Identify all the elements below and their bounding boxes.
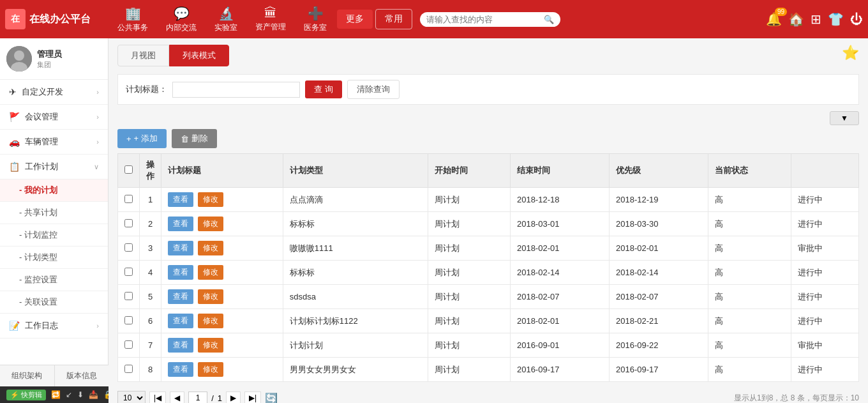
view-btn[interactable]: 查看 [168, 265, 193, 280]
data-table: 操作 计划标题 计划类型 开始时间 结束时间 优先级 当前状态 1 [117, 153, 859, 382]
user-info: 管理员 集团 [0, 38, 108, 80]
nav-medical[interactable]: ➕ 医务室 [296, 2, 334, 37]
row-start-date: 2016-09-01 [510, 333, 609, 358]
row-checkbox-cell [118, 358, 140, 382]
lab-icon: 🔬 [218, 6, 234, 21]
sidebar-sub-plan-type[interactable]: 计划类型 [0, 247, 108, 269]
nav-common-btn[interactable]: 常用 [375, 9, 412, 29]
filter-button[interactable]: ▼ [830, 111, 859, 125]
sidebar-sub-my-plan[interactable]: 我的计划 [0, 179, 108, 202]
table-row: 2 查看 修改 标标标 周计划 2018-03-01 2018-03-30 高 … [118, 212, 859, 236]
home-btn[interactable]: 🏠 [788, 11, 804, 27]
internal-icon: 💬 [174, 6, 190, 21]
select-all-checkbox[interactable] [124, 165, 133, 174]
page-size-select[interactable]: 10 20 50 [117, 391, 146, 403]
edit-btn[interactable]: 修改 [198, 217, 223, 231]
row-number: 5 [140, 285, 161, 309]
view-btn[interactable]: 查看 [168, 338, 193, 353]
top-search-input[interactable] [426, 15, 540, 24]
row-checkbox[interactable] [124, 243, 133, 252]
edit-btn[interactable]: 修改 [198, 314, 223, 328]
version-info-btn[interactable]: 版本信息 [55, 365, 109, 386]
nav-public[interactable]: 🏢 公共事务 [110, 2, 156, 37]
notification-btn[interactable]: 🔔 99 [766, 11, 782, 27]
row-operations: 查看 修改 [161, 188, 283, 212]
table-row: 8 查看 修改 男男女女男男女女 周计划 2016-09-17 2016-09-… [118, 358, 859, 382]
sidebar-item-work-plan[interactable]: 📋 工作计划 ∨ [0, 155, 108, 179]
row-checkbox[interactable] [124, 268, 133, 276]
pagination-row: 10 20 50 |◀ ◀ / 1 ▶ ▶| 🔄 显示从1到8，总 8 条，每页… [117, 388, 859, 403]
row-checkbox-cell [118, 285, 140, 309]
settings-btn[interactable]: 👕 [828, 11, 844, 27]
row-start-date: 2018-02-14 [510, 261, 609, 285]
edit-btn[interactable]: 修改 [198, 289, 223, 304]
apps-btn[interactable]: ⊞ [811, 11, 821, 27]
sidebar-sub-plan-monitor[interactable]: 计划监控 [0, 224, 108, 247]
edit-btn[interactable]: 修改 [198, 338, 223, 353]
clear-query-button[interactable]: 清除查询 [347, 80, 400, 99]
edit-btn[interactable]: 修改 [198, 241, 223, 255]
row-checkbox[interactable] [124, 340, 133, 349]
nav-lab[interactable]: 🔬 实验室 [207, 2, 245, 37]
edit-btn[interactable]: 修改 [198, 265, 223, 280]
view-btn[interactable]: 查看 [168, 289, 193, 304]
row-checkbox[interactable] [124, 195, 133, 203]
nav-internal[interactable]: 💬 内部交流 [158, 2, 204, 37]
row-number: 4 [140, 261, 161, 285]
user-text: 管理员 集团 [37, 49, 62, 70]
tab-list-mode[interactable]: 列表模式 [169, 45, 229, 66]
sidebar-sub-related-settings[interactable]: 关联设置 [0, 291, 108, 314]
search-label: 计划标题： [126, 84, 167, 95]
nav-more-btn[interactable]: 更多 [337, 10, 373, 29]
edit-btn[interactable]: 修改 [198, 192, 223, 207]
view-btn[interactable]: 查看 [168, 217, 193, 231]
power-btn[interactable]: ⏻ [850, 12, 863, 27]
row-checkbox[interactable] [124, 365, 133, 373]
main-layout: 管理员 集团 ✈ 自定义开发 › 🚩 会议管理 › 🚗 车辆管理 › [0, 38, 868, 386]
add-button[interactable]: + + 添加 [117, 129, 167, 148]
sidebar-bottom: 组织架构 版本信息 [0, 365, 108, 386]
row-status: 进行中 [791, 309, 858, 333]
sidebar-item-work-log[interactable]: 📝 工作日志 › [0, 314, 108, 338]
current-page-input[interactable] [188, 392, 207, 403]
row-checkbox[interactable] [124, 219, 133, 227]
row-checkbox[interactable] [124, 292, 133, 300]
row-type: 周计划 [428, 309, 510, 333]
nav-assets[interactable]: 🏛 资产管理 [248, 2, 294, 36]
view-btn[interactable]: 查看 [168, 192, 193, 207]
row-checkbox-cell [118, 236, 140, 261]
row-type: 周计划 [428, 212, 510, 236]
sidebar-item-meeting[interactable]: 🚩 会议管理 › [0, 105, 108, 130]
row-checkbox[interactable] [124, 316, 133, 324]
row-number: 8 [140, 358, 161, 382]
sidebar: 管理员 集团 ✈ 自定义开发 › 🚩 会议管理 › 🚗 车辆管理 › [0, 38, 108, 386]
prev-page-btn[interactable]: ◀ [170, 392, 184, 403]
sidebar-sub-shared-plan[interactable]: 共享计划 [0, 202, 108, 224]
sidebar-item-vehicle[interactable]: 🚗 车辆管理 › [0, 130, 108, 155]
nav-lab-label: 实验室 [214, 22, 237, 33]
edit-btn[interactable]: 修改 [198, 362, 223, 377]
row-number: 7 [140, 333, 161, 358]
sidebar-item-custom-dev[interactable]: ✈ 自定义开发 › [0, 80, 108, 105]
refresh-btn[interactable]: 🔄 [265, 392, 278, 404]
filter-row: ▼ [117, 111, 859, 125]
tab-month-view[interactable]: 月视图 [117, 45, 169, 66]
next-page-btn[interactable]: ▶ [226, 392, 241, 403]
row-number: 3 [140, 236, 161, 261]
first-page-btn[interactable]: |◀ [149, 392, 166, 403]
org-structure-btn[interactable]: 组织架构 [0, 365, 55, 386]
delete-button[interactable]: 🗑 删除 [172, 129, 217, 148]
view-btn[interactable]: 查看 [168, 241, 193, 255]
row-end-date: 2018-02-01 [610, 236, 708, 261]
view-btn[interactable]: 查看 [168, 362, 193, 377]
favorite-star-icon[interactable]: ⭐ [842, 45, 859, 61]
row-priority: 高 [708, 261, 791, 285]
status-icon-2: ↙ [66, 390, 72, 399]
query-button[interactable]: 查 询 [305, 80, 342, 98]
sidebar-sub-monitor-settings[interactable]: 监控设置 [0, 269, 108, 291]
row-type: 周计划 [428, 285, 510, 309]
last-page-btn[interactable]: ▶| [244, 392, 261, 403]
search-icon[interactable]: 🔍 [544, 15, 554, 24]
view-btn[interactable]: 查看 [168, 314, 193, 328]
plan-title-search-input[interactable] [172, 82, 300, 98]
